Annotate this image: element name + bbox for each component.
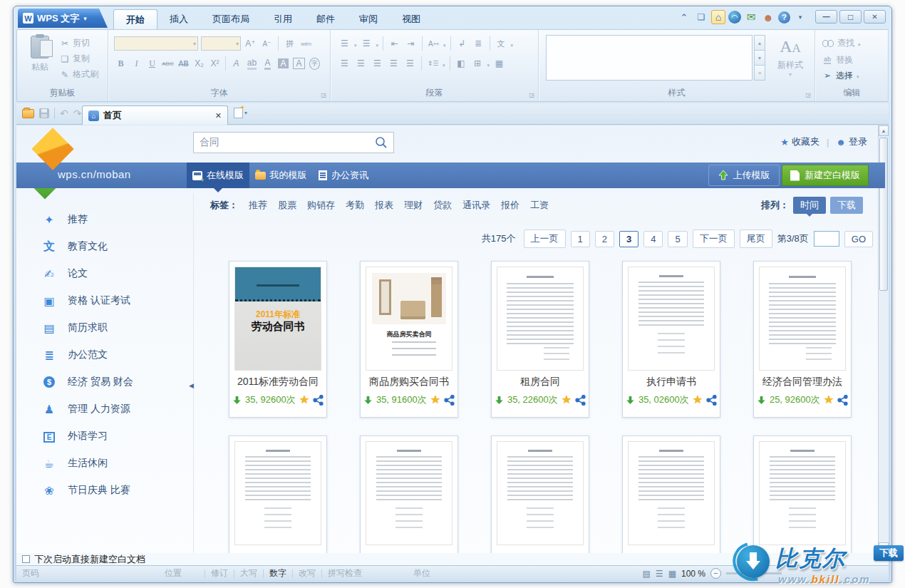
status-overtype[interactable]: 改写 xyxy=(293,567,321,579)
switch-window-icon[interactable] xyxy=(694,10,708,24)
sidebar-item-office-docs[interactable]: 办公范文 xyxy=(29,341,192,368)
template-title[interactable]: 执行申请书 xyxy=(623,376,720,388)
outline-view-icon[interactable] xyxy=(656,569,663,579)
document-tab-homepage[interactable]: 首页 xyxy=(82,105,228,125)
startup-checkbox[interactable] xyxy=(22,555,30,563)
cut-button[interactable]: 剪切 xyxy=(60,37,90,49)
enclose-character-icon[interactable] xyxy=(308,56,321,71)
align-right-icon[interactable] xyxy=(371,56,384,71)
template-card[interactable]: 经济合同管理办法 25, 92600次 xyxy=(753,261,852,418)
template-card[interactable] xyxy=(753,435,852,553)
shrink-font-icon[interactable] xyxy=(260,36,274,51)
collapse-ribbon-icon[interactable] xyxy=(677,10,691,24)
app-menu-button[interactable]: W WPS 文字 ▾ xyxy=(18,9,108,28)
style-scroll-down-icon[interactable]: ▼ xyxy=(754,51,765,66)
template-thumbnail[interactable] xyxy=(628,441,715,545)
chevron-down-icon[interactable] xyxy=(793,10,807,24)
template-thumbnail[interactable] xyxy=(759,267,846,371)
sort-by-time-button[interactable]: 时间 xyxy=(793,197,826,214)
template-title[interactable]: 商品房购买合同书 xyxy=(361,376,457,388)
redo-icon[interactable]: ↷ xyxy=(73,108,82,119)
undo-icon[interactable]: ↶ xyxy=(60,108,68,119)
nav-online-templates[interactable]: 在线模版 xyxy=(187,163,249,188)
sidebar-item-recommend[interactable]: 推荐 xyxy=(29,206,192,233)
search-input[interactable] xyxy=(194,137,369,148)
font-dialog-launcher-icon[interactable] xyxy=(321,92,326,98)
sidebar-item-certification[interactable]: 资格 认证考试 xyxy=(29,287,192,314)
new-style-button[interactable]: AA 新样式 ▾ xyxy=(770,36,811,78)
styles-dialog-launcher-icon[interactable] xyxy=(805,92,811,98)
status-caps[interactable]: 大写 xyxy=(234,567,263,579)
zoom-out-icon[interactable]: − xyxy=(710,568,721,579)
minimize-button[interactable] xyxy=(815,10,837,24)
paste-button[interactable]: 粘贴 xyxy=(24,36,56,84)
collapse-sidebar-icon[interactable] xyxy=(189,382,194,389)
next-page-button[interactable]: 下一页 xyxy=(693,229,735,248)
template-card[interactable] xyxy=(622,435,720,553)
sidebar-item-finance[interactable]: 经济 贸易 财会 xyxy=(29,368,192,396)
numbered-list-icon[interactable] xyxy=(360,36,373,51)
close-tab-icon[interactable] xyxy=(215,111,222,120)
home-icon[interactable] xyxy=(711,10,725,24)
draw-table-icon[interactable] xyxy=(492,56,506,71)
phonetic-icon[interactable] xyxy=(299,36,313,51)
wrap-icon[interactable] xyxy=(455,36,469,51)
paragraph-layout-icon[interactable] xyxy=(472,36,485,51)
justify-icon[interactable] xyxy=(387,56,400,71)
star-icon[interactable] xyxy=(562,395,572,405)
tab-home[interactable]: 开始 xyxy=(113,9,157,29)
template-card[interactable] xyxy=(360,435,458,553)
sidebar-item-education[interactable]: 教育文化 xyxy=(29,233,192,260)
tag-link[interactable]: 贷款 xyxy=(433,199,452,212)
tab-page-layout[interactable]: 页面布局 xyxy=(200,9,262,29)
underline-icon[interactable] xyxy=(145,56,159,71)
template-thumbnail[interactable] xyxy=(497,267,584,371)
tag-link[interactable]: 推荐 xyxy=(249,199,267,212)
style-gallery[interactable] xyxy=(546,35,753,81)
template-card[interactable]: 执行申请书 35, 02600次 xyxy=(622,261,720,418)
sidebar-item-language[interactable]: 外语学习 xyxy=(29,423,192,450)
font-color-icon[interactable] xyxy=(261,56,274,71)
distribute-icon[interactable] xyxy=(403,56,417,71)
replace-button[interactable]: 替换 xyxy=(822,53,853,67)
goto-page-input[interactable] xyxy=(814,231,839,247)
text-tool-icon[interactable] xyxy=(495,36,508,51)
italic-icon[interactable] xyxy=(130,56,143,71)
template-title[interactable]: 经济合同管理办法 xyxy=(754,376,851,388)
login-link[interactable]: 登录 xyxy=(836,135,867,148)
template-thumbnail[interactable] xyxy=(759,441,846,545)
status-track-changes[interactable]: 修订 xyxy=(205,567,234,579)
find-button[interactable]: 查找 xyxy=(822,37,861,49)
character-scale-icon[interactable] xyxy=(427,36,440,51)
upload-template-button[interactable]: 上传模版 xyxy=(708,165,780,186)
prev-page-button[interactable]: 上一页 xyxy=(524,229,566,248)
double-strikethrough-icon[interactable] xyxy=(177,56,190,71)
nav-office-news[interactable]: 办公资讯 xyxy=(312,163,375,188)
template-thumbnail[interactable] xyxy=(234,441,321,545)
template-card[interactable]: 商品房买卖合同 商品房购买合同书 35, 91600次 xyxy=(360,261,458,418)
line-spacing-icon[interactable] xyxy=(426,56,440,71)
search-icon[interactable] xyxy=(369,133,393,153)
text-effect-icon[interactable] xyxy=(229,56,243,71)
template-card[interactable]: 租房合同 35, 22600次 xyxy=(491,261,589,418)
tag-link[interactable]: 购销存 xyxy=(307,199,335,212)
superscript-icon[interactable] xyxy=(208,56,222,71)
scrollbar-thumb[interactable] xyxy=(879,138,888,291)
status-spellcheck[interactable]: 拼写检查 xyxy=(322,567,368,579)
decrease-indent-icon[interactable] xyxy=(388,36,401,51)
grow-font-icon[interactable] xyxy=(244,36,257,51)
page-button-4[interactable]: 4 xyxy=(643,231,663,247)
bold-icon[interactable] xyxy=(114,56,128,71)
highlight-color-icon[interactable] xyxy=(245,56,259,71)
template-thumbnail[interactable] xyxy=(366,441,452,545)
sidebar-item-leisure[interactable]: 生活休闲 xyxy=(29,450,192,477)
style-gallery-expand-icon[interactable]: ≡ xyxy=(754,66,765,81)
status-numlock[interactable]: 数字 xyxy=(264,567,292,579)
font-name-combobox[interactable] xyxy=(114,36,198,51)
star-icon[interactable] xyxy=(299,395,309,405)
tag-link[interactable]: 报价 xyxy=(501,199,519,212)
star-icon[interactable] xyxy=(824,395,834,405)
star-icon[interactable] xyxy=(430,395,440,405)
new-blank-template-button[interactable]: 新建空白模版 xyxy=(782,165,869,186)
style-scroll-up-icon[interactable]: ▲ xyxy=(754,35,765,51)
